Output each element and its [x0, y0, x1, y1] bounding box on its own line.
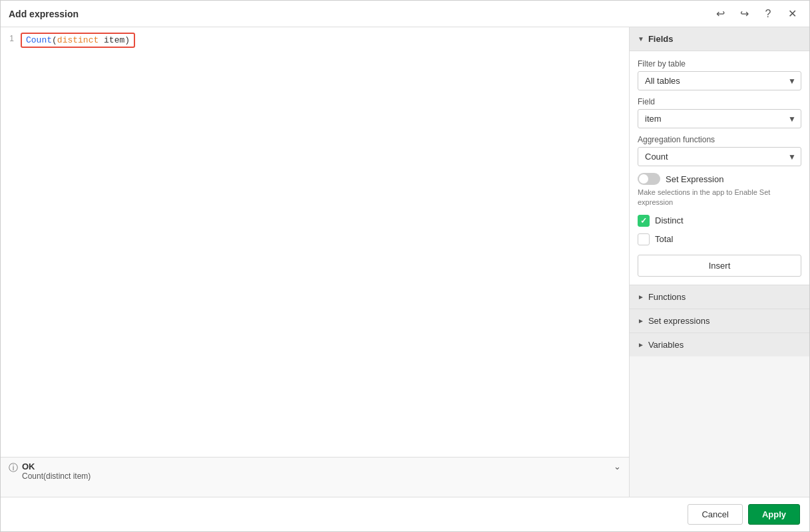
code-paren-close: )	[124, 35, 130, 45]
line-number: 1	[1, 33, 21, 43]
variables-chevron-icon: ►	[638, 341, 644, 348]
aggregation-label: Aggregation functions	[638, 135, 801, 144]
total-row: Total	[638, 233, 801, 245]
variables-section: ► Variables	[630, 332, 809, 356]
code-keyword-distinct: distinct	[57, 35, 99, 45]
status-bar: ⓘ OK Count(distinct item) ⌄	[1, 457, 629, 497]
code-line-1: 1 Count(distinct item)	[1, 33, 629, 48]
bottom-bar: Cancel Apply	[1, 497, 809, 531]
functions-section: ► Functions	[630, 285, 809, 309]
code-space	[99, 35, 104, 45]
filter-by-table-wrapper: All tables ▼	[638, 71, 801, 90]
close-icon: ✕	[788, 7, 797, 20]
set-expression-help-text: Make selections in the app to Enable Set…	[638, 188, 801, 208]
distinct-checkbox[interactable]	[638, 215, 650, 227]
add-expression-dialog: Add expression ↩ ↪ ? ✕ 1	[0, 0, 810, 532]
close-button[interactable]: ✕	[783, 5, 801, 23]
status-label: OK	[22, 462, 91, 471]
help-button[interactable]: ?	[759, 5, 777, 23]
code-expression[interactable]: Count(distinct item)	[21, 33, 135, 48]
set-expressions-label: Set expressions	[648, 316, 710, 326]
code-editor[interactable]: 1 Count(distinct item)	[1, 27, 629, 457]
filter-by-table-select[interactable]: All tables	[638, 71, 801, 90]
status-expression-text: Count(distinct item)	[22, 471, 91, 481]
set-expression-label: Set Expression	[666, 174, 723, 184]
field-select-wrapper: item ▼	[638, 109, 801, 128]
variables-section-header[interactable]: ► Variables	[630, 333, 809, 356]
filter-by-table-label: Filter by table	[638, 59, 801, 68]
functions-label: Functions	[648, 292, 686, 302]
total-label: Total	[655, 234, 673, 244]
redo-icon: ↪	[740, 7, 749, 20]
field-label: Field	[638, 97, 801, 106]
aggregation-select[interactable]: Count Sum Avg Min Max	[638, 147, 801, 166]
status-ok-row: ⓘ OK Count(distinct item) ⌄	[9, 462, 621, 481]
field-select[interactable]: item	[638, 109, 801, 128]
functions-chevron-icon: ►	[638, 293, 644, 301]
fields-section-content: Filter by table All tables ▼ Field item …	[630, 51, 809, 285]
fields-section-header[interactable]: ▼ Fields	[630, 27, 809, 51]
fields-chevron-icon: ▼	[638, 35, 644, 43]
cancel-button[interactable]: Cancel	[688, 504, 742, 525]
fields-section-title: Fields	[648, 34, 674, 44]
code-field-name: item	[104, 35, 124, 45]
code-content[interactable]: Count(distinct item)	[21, 33, 629, 48]
status-info-icon: ⓘ	[9, 462, 18, 474]
redo-button[interactable]: ↪	[735, 5, 753, 23]
undo-button[interactable]: ↩	[711, 5, 729, 23]
editor-area: 1 Count(distinct item) ⓘ OK Count(distin…	[1, 27, 630, 497]
set-expression-row: Set Expression	[638, 173, 801, 185]
titlebar-actions: ↩ ↪ ? ✕	[711, 5, 801, 23]
set-expressions-header[interactable]: ► Set expressions	[630, 309, 809, 332]
distinct-row: Distinct	[638, 215, 801, 227]
insert-button[interactable]: Insert	[638, 255, 801, 277]
set-expression-toggle[interactable]	[638, 173, 660, 185]
help-icon: ?	[765, 8, 771, 20]
dialog-title: Add expression	[9, 9, 79, 19]
right-panel: ▼ Fields Filter by table All tables ▼ Fi…	[630, 27, 809, 497]
code-paren-open: (	[52, 35, 57, 45]
aggregation-select-wrapper: Count Sum Avg Min Max ▼	[638, 147, 801, 166]
status-expand-icon[interactable]: ⌄	[614, 462, 621, 471]
apply-button[interactable]: Apply	[748, 504, 800, 525]
status-text: OK Count(distinct item)	[22, 462, 91, 481]
set-expressions-section: ► Set expressions	[630, 309, 809, 332]
set-expressions-chevron-icon: ►	[638, 317, 644, 325]
main-content: 1 Count(distinct item) ⓘ OK Count(distin…	[1, 27, 809, 497]
total-checkbox[interactable]	[638, 233, 650, 245]
functions-section-header[interactable]: ► Functions	[630, 285, 809, 309]
code-function-name: Count	[26, 35, 52, 45]
titlebar: Add expression ↩ ↪ ? ✕	[1, 1, 809, 27]
undo-icon: ↩	[716, 7, 725, 20]
distinct-label: Distinct	[655, 215, 684, 225]
variables-label: Variables	[648, 340, 684, 350]
